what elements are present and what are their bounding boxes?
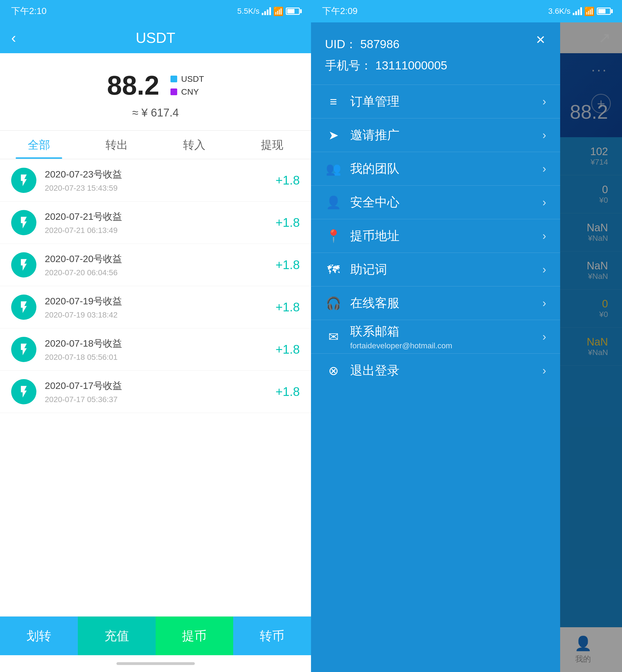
withdraw-button[interactable]: 提币 [156,616,234,655]
tx-title-1: 2020-07-21号收益 [45,210,267,223]
tx-icon-0 [11,168,36,193]
logout-label: 退出登录 [350,362,543,379]
tab-transfer-out[interactable]: 转出 [78,131,156,159]
cny-label: CNY [181,87,199,97]
menu-item-security[interactable]: 👤 安全中心 › [311,186,560,219]
tx-time-4: 2020-07-18 05:56:01 [45,353,267,362]
signal-icon-right [573,7,582,15]
menu-item-orders[interactable]: ≡ 订单管理 › [311,85,560,119]
email-sub: fortaideveloper@hotmail.com [350,341,543,350]
popup-close-button[interactable]: × [532,31,549,47]
chevron-right-icon: › [543,95,546,108]
logout-icon: ⊗ [325,364,342,378]
menu-item-invite[interactable]: ➤ 邀请推广 › [311,119,560,152]
tx-info-3: 2020-07-19号收益 2020-07-19 03:18:42 [45,295,267,320]
balance-section: 88.2 USDT CNY ≈ ¥ 617.4 [0,53,311,131]
tx-title-3: 2020-07-19号收益 [45,295,267,308]
table-row: 2020-07-23号收益 2020-07-23 15:43:59 +1.8 [0,159,311,202]
transfer-button[interactable]: 划转 [0,616,78,655]
chevron-right-icon: › [543,162,546,175]
tx-icon-5 [11,379,36,404]
tx-info-4: 2020-07-18号收益 2020-07-18 05:56:01 [45,337,267,362]
phone-value: 13111000005 [375,59,447,72]
signal-icon [262,7,271,15]
tx-amount-0: +1.8 [275,173,300,187]
orders-label: 订单管理 [350,93,543,110]
tx-icon-2 [11,252,36,277]
menu-item-mnemonic[interactable]: 🗺 助记词 › [311,253,560,287]
tx-icon-1 [11,210,36,235]
tx-amount-1: +1.8 [275,215,300,230]
popup-dim[interactable] [560,23,622,672]
tx-icon-3 [11,295,36,320]
cny-dot [170,89,177,95]
speed-right: 3.6K/s [548,7,571,16]
tx-amount-3: +1.8 [275,300,300,314]
time-right: 下午2:09 [322,5,357,18]
wifi-icon-right: 📶 [584,6,594,16]
tab-withdraw[interactable]: 提现 [233,131,311,159]
header-left: ‹ USDT [0,23,311,53]
battery-icon-right [597,7,611,15]
email-label: 联系邮箱 [350,323,543,340]
tx-time-3: 2020-07-19 03:18:42 [45,310,267,320]
team-icon: 👥 [325,162,342,176]
tx-info-5: 2020-07-17号收益 2020-07-17 05:36:37 [45,379,267,404]
popup-uid: UID： 587986 [325,36,546,52]
recharge-button[interactable]: 充值 [78,616,156,655]
security-label: 安全中心 [350,194,543,210]
tab-all[interactable]: 全部 [0,131,78,159]
tx-amount-2: +1.8 [275,258,300,272]
convert-button[interactable]: 转币 [233,616,311,655]
mnemonic-label: 助记词 [350,261,543,278]
transaction-list: 2020-07-23号收益 2020-07-23 15:43:59 +1.8 2… [0,159,311,616]
orders-icon: ≡ [325,95,342,109]
tx-title-5: 2020-07-17号收益 [45,379,267,392]
status-icons-right: 3.6K/s 📶 [548,6,611,16]
tabs-row: 全部 转出 转入 提现 [0,131,311,159]
home-bar-left [116,662,195,665]
balance-cny: ≈ ¥ 617.4 [132,106,179,119]
speed-left: 5.5K/s [237,7,260,16]
email-icon: ✉ [325,330,342,344]
tx-amount-4: +1.8 [275,342,300,357]
status-bar-right: 下午2:09 3.6K/s 📶 [311,0,622,23]
popup-phone: 手机号： 13111000005 [325,58,546,73]
team-label: 我的团队 [350,161,543,177]
tx-icon-4 [11,337,36,362]
tx-time-0: 2020-07-23 15:43:59 [45,184,267,193]
uid-label: UID： [325,37,357,51]
chevron-right-icon: › [543,230,546,242]
popup-panel: × UID： 587986 手机号： 13111000005 ≡ 订单管理 › [311,23,560,672]
tab-transfer-in[interactable]: 转入 [156,131,234,159]
chevron-right-icon: › [543,330,546,343]
tx-info-2: 2020-07-20号收益 2020-07-20 06:04:56 [45,253,267,277]
menu-item-withdraw-address[interactable]: 📍 提币地址 › [311,219,560,253]
balance-legend: USDT CNY [170,74,204,97]
back-button[interactable]: ‹ [11,29,16,46]
tx-time-5: 2020-07-17 05:36:37 [45,395,267,404]
table-row: 2020-07-18号收益 2020-07-18 05:56:01 +1.8 [0,329,311,371]
legend-usdt: USDT [170,74,204,84]
menu-item-logout[interactable]: ⊗ 退出登录 › [311,354,560,387]
chevron-right-icon: › [543,364,546,377]
email-info: 联系邮箱 fortaideveloper@hotmail.com [350,323,543,350]
battery-icon [286,7,300,15]
page-title: USDT [136,29,175,46]
bottom-buttons: 划转 充值 提币 转币 [0,616,311,655]
right-panel: 下午2:09 3.6K/s 📶 🏠 资产 ↗ ··· 88.2 ★ + [311,0,622,672]
usdt-label: USDT [181,74,204,84]
chevron-right-icon: › [543,297,546,309]
wifi-icon: 📶 [273,6,283,16]
menu-item-support[interactable]: 🎧 在线客服 › [311,287,560,320]
withdraw-address-icon: 📍 [325,229,342,243]
menu-item-team[interactable]: 👥 我的团队 › [311,152,560,186]
uid-value: 587986 [360,37,400,51]
menu-item-email[interactable]: ✉ 联系邮箱 fortaideveloper@hotmail.com › [311,320,560,354]
tx-title-2: 2020-07-20号收益 [45,253,267,265]
support-icon: 🎧 [325,296,342,310]
security-icon: 👤 [325,195,342,210]
popup-user-info: UID： 587986 手机号： 13111000005 [311,23,560,85]
tx-info-0: 2020-07-23号收益 2020-07-23 15:43:59 [45,168,267,193]
tx-time-1: 2020-07-21 06:13:49 [45,226,267,235]
